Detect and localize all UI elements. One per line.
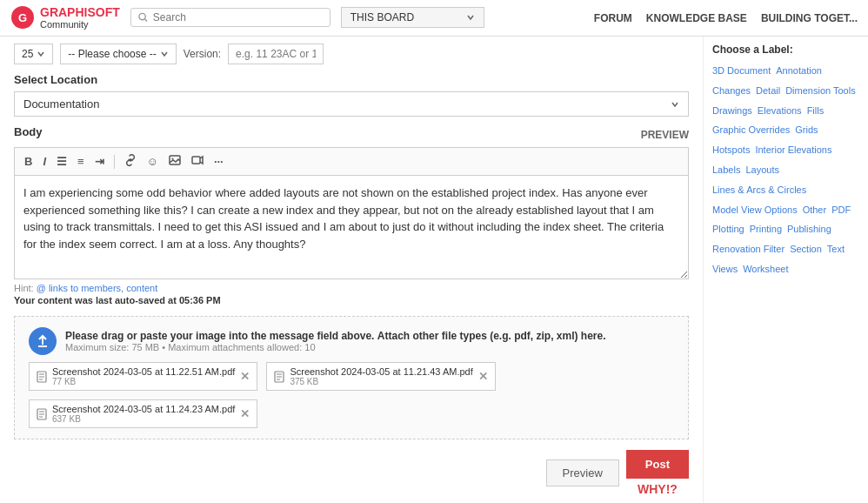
file-size: 77 KB [52, 377, 235, 386]
logo-text: GRAPHISOFT Community [40, 5, 120, 31]
form-row: 25 -- Please choose -- Version: [14, 37, 689, 64]
sidebar-label-item[interactable]: Renovation Filter [712, 241, 785, 258]
header: G GRAPHISOFT Community THIS BOARD FORUM … [0, 0, 868, 37]
autosave-notice: Your content was last auto-saved at 05:3… [14, 295, 689, 305]
svg-point-2 [139, 14, 145, 20]
sidebar-label-item[interactable]: Layouts [745, 162, 779, 179]
search-bar[interactable] [130, 8, 331, 27]
chevron-down-icon [37, 50, 45, 58]
sidebar-label-item[interactable]: 3D Document [712, 63, 771, 80]
file-chip: Screenshot 2024-03-05 at 11.24.23 AM.pdf… [29, 399, 257, 428]
header-left: G GRAPHISOFT Community THIS BOARD [10, 5, 484, 31]
image-button[interactable] [166, 152, 184, 171]
sidebar-label-item[interactable]: Grids [795, 122, 818, 139]
preview-toggle[interactable]: PREVIEW [641, 129, 689, 141]
svg-text:G: G [18, 11, 27, 24]
location-label: Select Location [14, 73, 689, 86]
italic-button[interactable]: I [40, 153, 49, 170]
sidebar-label-item[interactable]: Text [827, 241, 845, 258]
location-dropdown[interactable]: Documentation [14, 91, 689, 117]
sidebar-label-item[interactable]: Printing [750, 221, 782, 238]
attachment-area: Please drag or paste your image into the… [14, 316, 689, 439]
sidebar-title: Choose a Label: [712, 44, 859, 56]
board-selector[interactable]: THIS BOARD [341, 7, 484, 28]
image-icon [169, 154, 181, 166]
sidebar-label-item[interactable]: Hotspots [712, 142, 750, 159]
sidebar-label-item[interactable]: Drawings [712, 103, 752, 120]
remove-file-button[interactable]: ✕ [478, 370, 488, 383]
sidebar-label-item[interactable]: Dimension Tools [785, 83, 856, 100]
indent-button[interactable]: ⇥ [92, 153, 107, 170]
editor-body[interactable]: I am experiencing some odd behavior wher… [14, 175, 689, 279]
main-container: 25 -- Please choose -- Version: Select L… [0, 37, 868, 503]
sidebar-label-item[interactable]: Section [790, 241, 822, 258]
file-chip: Screenshot 2024-03-05 at 11.21.43 AM.pdf… [266, 362, 495, 391]
more-button[interactable]: ··· [211, 153, 226, 170]
action-row: Preview Post WHY!? [14, 450, 689, 496]
sidebar-label-item[interactable]: Other [803, 202, 827, 219]
nav-building-together[interactable]: BUILDING TOGET... [761, 12, 858, 24]
toolbar-divider [114, 155, 115, 169]
link-icon [124, 154, 137, 166]
svg-line-3 [144, 19, 147, 22]
sidebar-label-item[interactable]: Annotation [776, 63, 822, 80]
file-icon [37, 408, 47, 420]
graphisoft-logo-icon: G [10, 5, 35, 30]
video-icon [191, 154, 204, 166]
sidebar-label-item[interactable]: Plotting [712, 221, 744, 238]
sidebar-label-item[interactable]: Labels [712, 162, 740, 179]
remove-file-button[interactable]: ✕ [240, 370, 250, 383]
file-icon [274, 371, 284, 383]
choose-select[interactable]: -- Please choose -- [60, 44, 176, 64]
search-input[interactable] [153, 11, 323, 23]
sidebar-label-item[interactable]: Changes [712, 83, 751, 100]
post-highlight-border: Post [626, 450, 689, 479]
attachment-text: Please drag or paste your image into the… [65, 330, 606, 342]
editor-header: Body PREVIEW [14, 125, 689, 144]
post-button-wrapper: Post WHY!? [626, 450, 689, 496]
sidebar-label-item[interactable]: Model View Options [712, 202, 798, 219]
sidebar-label-item[interactable]: Publishing [787, 221, 831, 238]
attachment-info: Please drag or paste your image into the… [29, 327, 674, 355]
emoji-button[interactable]: ☺ [144, 153, 161, 170]
why-label: WHY!? [626, 482, 689, 496]
location-section: Select Location Documentation [14, 73, 689, 117]
nav-knowledge-base[interactable]: KNOWLEDGE BASE [646, 12, 747, 24]
search-icon [138, 12, 148, 23]
list-ol-button[interactable]: ≡ [75, 153, 87, 170]
body-label: Body [14, 125, 43, 138]
editor-toolbar: B I ☰ ≡ ⇥ ☺ [14, 147, 689, 175]
sidebar-label-item[interactable]: Graphic Overrides [712, 122, 790, 139]
header-nav: FORUM KNOWLEDGE BASE BUILDING TOGET... [594, 12, 858, 24]
sidebar-label-item[interactable]: Lines & Arcs & Circles [712, 182, 806, 199]
sidebar-label-item[interactable]: PDF [831, 202, 851, 219]
attachment-limit: Maximum size: 75 MB • Maximum attachment… [65, 342, 606, 352]
nav-forum[interactable]: FORUM [594, 12, 632, 24]
list-ul-button[interactable]: ☰ [54, 153, 70, 170]
sidebar-label-item[interactable]: Detail [756, 83, 780, 100]
sidebar-label-item[interactable]: Elevations [758, 103, 802, 120]
post-button[interactable]: Post [628, 452, 687, 477]
file-name: Screenshot 2024-03-05 at 11.21.43 AM.pdf [290, 366, 472, 377]
svg-rect-6 [192, 157, 200, 164]
version-input[interactable] [228, 44, 324, 64]
sidebar-label-item[interactable]: Fills [807, 103, 825, 120]
link-button[interactable] [122, 152, 139, 171]
bold-button[interactable]: B [22, 153, 35, 170]
svg-point-5 [171, 158, 173, 160]
logo[interactable]: G GRAPHISOFT Community [10, 5, 120, 31]
video-button[interactable] [189, 152, 206, 171]
sidebar-label-item[interactable]: Views [712, 261, 738, 278]
number-select[interactable]: 25 [14, 44, 53, 64]
sidebar-label-item[interactable]: Interior Elevations [755, 142, 831, 159]
attached-files: Screenshot 2024-03-05 at 11.22.51 AM.pdf… [29, 362, 674, 428]
version-label: Version: [184, 48, 221, 60]
sidebar-label-item[interactable]: Worksheet [743, 261, 788, 278]
preview-button[interactable]: Preview [546, 459, 619, 486]
right-sidebar: Choose a Label: 3D DocumentAnnotationCha… [703, 37, 868, 503]
remove-file-button[interactable]: ✕ [240, 407, 250, 420]
hint-links[interactable]: @ links to members, content [37, 283, 158, 293]
editor-section: Body PREVIEW B I ☰ ≡ ⇥ ☺ [14, 125, 689, 305]
file-name: Screenshot 2024-03-05 at 11.22.51 AM.pdf [52, 366, 235, 377]
label-grid: 3D DocumentAnnotationChangesDetailDimens… [712, 63, 859, 278]
